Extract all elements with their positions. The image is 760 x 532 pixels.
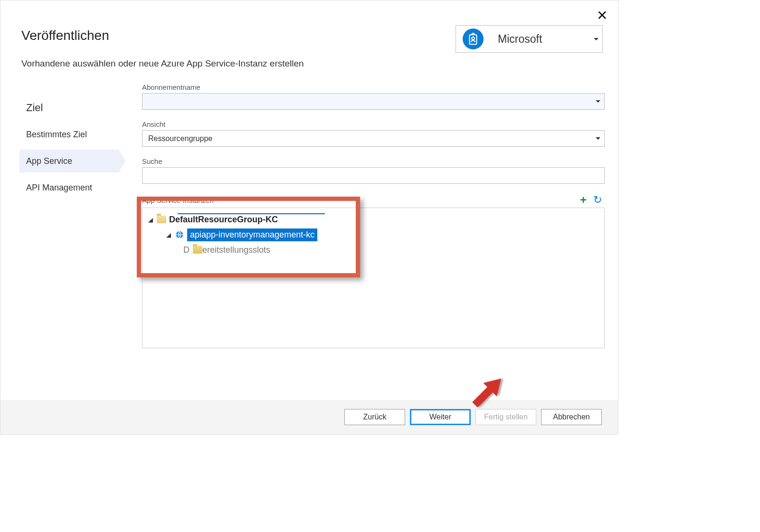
main-panel: Abonnementname Ansicht Ressourcengruppe … xyxy=(119,83,608,348)
search-label: Suche xyxy=(142,157,605,165)
sidebar-item-label: Ziel xyxy=(26,102,43,114)
tree-row-slots[interactable]: D Bereitstellungsslots xyxy=(145,242,601,257)
sidebar-item-specific-target[interactable]: Bestimmtes Ziel xyxy=(19,123,119,146)
chevron-down-icon xyxy=(596,100,600,103)
tree-row-resource-group[interactable]: ◢ DefaultResourceGroup-KC xyxy=(145,212,601,227)
sidebar-item-label: Bestimmtes Ziel xyxy=(26,130,87,140)
wizard-sidebar: Ziel Bestimmtes Ziel App Service API Man… xyxy=(19,83,119,348)
search-input[interactable] xyxy=(142,167,605,184)
slots-label: Bereitstellungsslots xyxy=(197,245,270,255)
chevron-down-icon xyxy=(594,38,598,40)
publish-dialog: ✕ Microsoft Veröffentlichen Vorhandene a… xyxy=(0,0,618,435)
folder-icon xyxy=(193,246,202,254)
account-selector[interactable]: Microsoft xyxy=(456,25,603,53)
subscription-label: Abonnementname xyxy=(142,83,605,91)
subscription-dropdown[interactable] xyxy=(142,93,605,110)
sidebar-item-api-management[interactable]: API Management xyxy=(19,176,119,199)
next-button[interactable]: Weiter xyxy=(410,409,471,425)
view-label: Ansicht xyxy=(142,120,605,128)
instances-label: App Service-Instanzen xyxy=(142,196,214,204)
account-label: Microsoft xyxy=(484,33,594,46)
close-button[interactable]: ✕ xyxy=(597,9,608,22)
dialog-footer: Zurück Weiter Fertig stellen Abbrechen xyxy=(0,400,618,434)
tree-row-app[interactable]: ◢ apiapp-inventorymanagement-kc xyxy=(145,227,601,242)
expand-toggle-icon[interactable]: ◢ xyxy=(147,216,154,223)
view-dropdown[interactable]: Ressourcengruppe xyxy=(142,130,605,147)
view-value: Ressourcengruppe xyxy=(148,134,212,143)
sidebar-item-label: API Management xyxy=(26,183,92,193)
refresh-button[interactable]: ↻ xyxy=(593,194,602,206)
finish-button: Fertig stellen xyxy=(475,409,536,425)
globe-icon xyxy=(175,230,184,239)
sidebar-item-app-service[interactable]: App Service xyxy=(19,150,119,172)
add-instance-button[interactable]: + xyxy=(580,194,587,206)
sidebar-item-target[interactable]: Ziel xyxy=(19,96,119,119)
expand-toggle-icon[interactable]: ◢ xyxy=(165,231,172,238)
chevron-down-icon xyxy=(596,137,600,140)
back-button[interactable]: Zurück xyxy=(344,409,405,425)
badge-icon xyxy=(463,28,484,49)
sidebar-item-label: App Service xyxy=(26,156,72,166)
page-subtitle: Vorhandene auswählen oder neue Azure App… xyxy=(21,58,597,69)
cancel-button[interactable]: Abbrechen xyxy=(541,409,602,425)
svg-point-1 xyxy=(472,37,475,40)
instances-tree[interactable]: ◢ DefaultResourceGroup-KC ◢ apiapp-inven… xyxy=(142,208,605,348)
folder-icon xyxy=(157,216,166,223)
app-name: apiapp-inventorymanagement-kc xyxy=(187,228,317,241)
slots-prefix: D xyxy=(183,245,190,255)
resource-group-name: DefaultResourceGroup-KC xyxy=(169,215,278,225)
